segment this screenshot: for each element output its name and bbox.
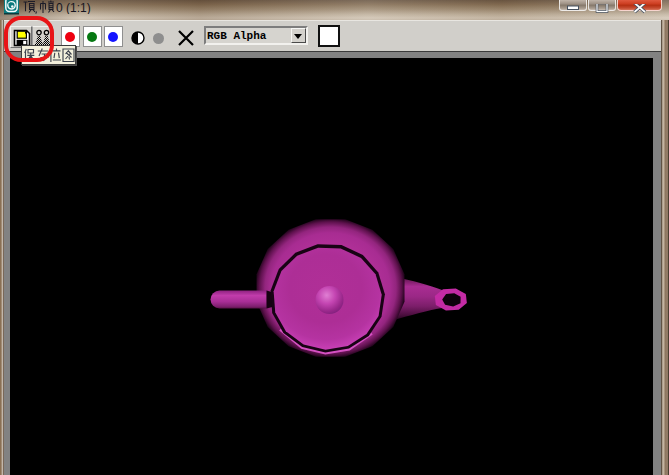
svg-text:0 (1:1): 0 (1:1) <box>56 1 91 15</box>
